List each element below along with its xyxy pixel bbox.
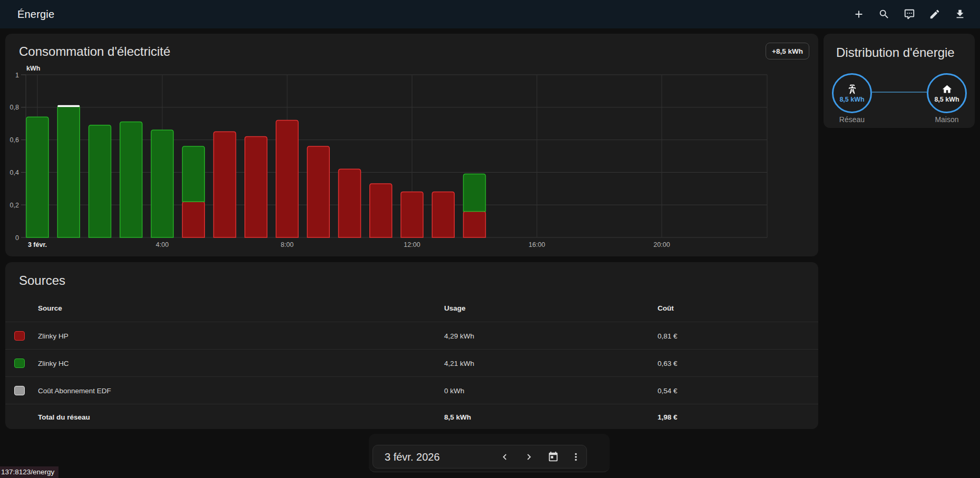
add-icon[interactable] xyxy=(852,8,865,21)
sources-card-title: Sources xyxy=(19,273,65,288)
svg-text:16:00: 16:00 xyxy=(528,241,545,248)
energy-distribution-card: Distribution d'énergie 8,5 kWh 8,5 kWh R… xyxy=(824,34,975,128)
column-header-usage: Usage xyxy=(444,304,466,312)
svg-text:12:00: 12:00 xyxy=(404,241,420,248)
source-cost: 0,63 € xyxy=(658,360,678,367)
next-day-button[interactable] xyxy=(523,451,535,463)
source-color-swatch xyxy=(14,386,25,395)
svg-text:4:00: 4:00 xyxy=(156,241,169,248)
source-name: Zlinky HC xyxy=(38,360,69,367)
page-title: Énergie xyxy=(17,8,54,21)
column-header-cost: Coût xyxy=(658,304,674,312)
svg-text:8:00: 8:00 xyxy=(281,241,293,248)
svg-text:0,2: 0,2 xyxy=(10,202,19,209)
svg-text:20:00: 20:00 xyxy=(653,241,670,248)
sources-card: Sources Source Usage Coût Zlinky HP 4,29… xyxy=(5,262,818,429)
date-options-menu-button[interactable] xyxy=(570,451,582,463)
source-name: Zlinky HP xyxy=(38,332,68,340)
svg-text:0,4: 0,4 xyxy=(10,169,19,176)
browser-status-url: 137:8123/energy xyxy=(0,466,58,478)
table-row: Coût Abonnement EDF 0 kWh 0,54 € xyxy=(5,376,818,404)
grid-node-value: 8,5 kWh xyxy=(839,96,864,103)
column-header-source: Source xyxy=(38,304,62,312)
source-color-swatch xyxy=(14,358,25,368)
chevron-left-icon xyxy=(499,451,511,463)
download-icon[interactable] xyxy=(954,8,966,21)
grid-node: 8,5 kWh xyxy=(832,73,872,113)
source-color-swatch xyxy=(14,331,25,341)
calendar-icon xyxy=(547,451,559,463)
home-node-label: Maison xyxy=(918,115,975,124)
source-usage: 4,29 kWh xyxy=(444,332,474,340)
consumption-chart: 00,20,40,60,813 févr.4:008:0012:0016:002… xyxy=(5,34,818,256)
svg-text:kWh: kWh xyxy=(26,65,40,72)
previous-day-button[interactable] xyxy=(498,451,511,463)
source-usage: 4,21 kWh xyxy=(444,360,474,367)
transmission-tower-icon xyxy=(847,84,858,95)
total-cost: 1,98 € xyxy=(658,413,678,421)
table-row: Zlinky HC 4,21 kWh 0,63 € xyxy=(5,349,818,377)
chevron-right-icon xyxy=(523,451,535,463)
edit-pencil-icon[interactable] xyxy=(928,8,941,21)
table-row: Zlinky HP 4,29 kWh 0,81 € xyxy=(5,322,818,350)
dots-vertical-icon xyxy=(570,451,582,463)
source-name: Coût Abonnement EDF xyxy=(38,387,111,395)
svg-text:3 févr.: 3 févr. xyxy=(28,241,47,248)
svg-text:0,6: 0,6 xyxy=(10,136,19,144)
svg-text:1: 1 xyxy=(15,72,19,79)
electricity-consumption-card: Consommation d'électricité +8,5 kWh 00,2… xyxy=(5,34,818,256)
search-icon[interactable] xyxy=(878,8,890,21)
grid-node-label: Réseau xyxy=(824,115,880,124)
svg-text:0: 0 xyxy=(15,234,19,242)
selected-date[interactable]: 3 févr. 2026 xyxy=(385,451,440,463)
grid-to-home-flow-line xyxy=(872,92,927,93)
date-picker[interactable]: 3 févr. 2026 xyxy=(373,445,587,469)
total-usage: 8,5 kWh xyxy=(444,413,471,421)
total-label: Total du réseau xyxy=(38,413,90,421)
source-usage: 0 kWh xyxy=(444,387,464,395)
app-header: Énergie xyxy=(0,0,980,28)
home-node-value: 8,5 kWh xyxy=(934,96,959,103)
source-cost: 0,81 € xyxy=(658,332,678,340)
source-cost: 0,54 € xyxy=(658,387,678,395)
distribution-card-title: Distribution d'énergie xyxy=(836,45,955,60)
svg-text:0,8: 0,8 xyxy=(10,104,19,111)
header-actions xyxy=(852,8,980,21)
home-node: 8,5 kWh xyxy=(927,73,967,113)
table-total-row: Total du réseau 8,5 kWh 1,98 € xyxy=(5,404,818,430)
today-button[interactable] xyxy=(547,451,560,463)
assist-chat-icon[interactable] xyxy=(903,8,916,21)
home-icon xyxy=(942,84,953,95)
